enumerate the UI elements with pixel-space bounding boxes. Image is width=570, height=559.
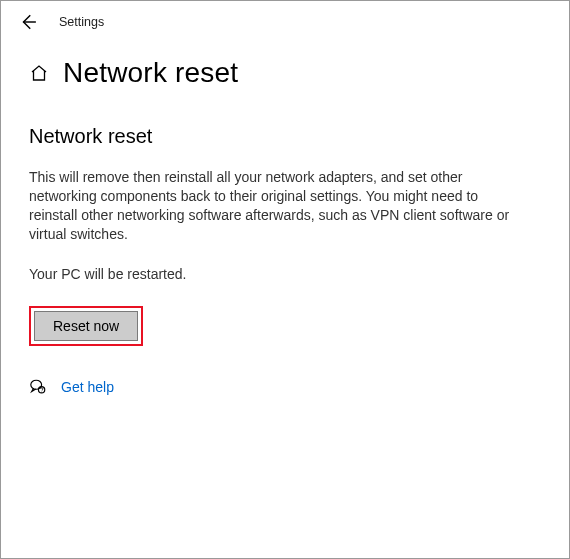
back-arrow-icon[interactable]	[19, 13, 37, 31]
titlebar-label: Settings	[59, 15, 104, 29]
home-icon[interactable]	[29, 63, 49, 83]
get-help-icon[interactable]	[29, 378, 47, 396]
reset-highlight: Reset now	[29, 306, 143, 346]
get-help-link[interactable]: Get help	[61, 379, 114, 395]
section-description: This will remove then reinstall all your…	[29, 168, 519, 244]
page-content: Network reset Network reset This will re…	[1, 35, 569, 396]
help-row: Get help	[29, 378, 541, 396]
svg-point-2	[41, 391, 42, 392]
svg-point-0	[31, 380, 42, 389]
restart-note: Your PC will be restarted.	[29, 266, 541, 282]
page-title: Network reset	[63, 57, 238, 89]
section-subtitle: Network reset	[29, 125, 541, 148]
titlebar: Settings	[1, 1, 569, 35]
reset-now-button[interactable]: Reset now	[34, 311, 138, 341]
page-header: Network reset	[29, 57, 541, 89]
